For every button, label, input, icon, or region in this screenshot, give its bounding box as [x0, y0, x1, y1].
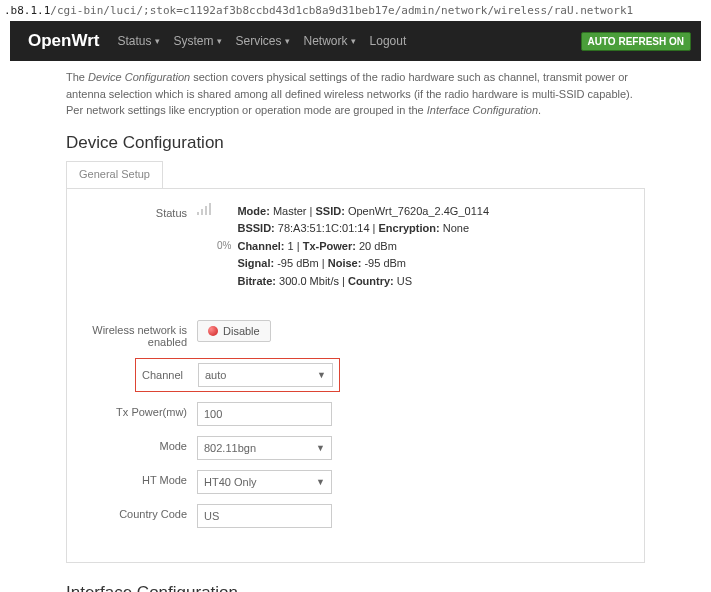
nav-services[interactable]: Services▾	[236, 34, 290, 48]
nav-system[interactable]: System▾	[174, 34, 222, 48]
txpower-label: Tx Power(mw)	[77, 402, 197, 418]
device-tabs: General Setup	[66, 161, 645, 189]
signal-percent: 0%	[217, 238, 231, 254]
nav-network[interactable]: Network▾	[304, 34, 356, 48]
country-label: Country Code	[77, 504, 197, 520]
intro-text: The Device Configuration section covers …	[66, 69, 645, 119]
signal-icon	[197, 203, 213, 215]
nav-status[interactable]: Status▾	[117, 34, 159, 48]
wireless-enabled-label: Wireless network is enabled	[77, 320, 197, 348]
channel-label: Channel	[142, 369, 198, 381]
device-config-title: Device Configuration	[66, 133, 645, 153]
mode-select[interactable]: 802.11bgn▼	[197, 436, 332, 460]
country-input[interactable]	[197, 504, 332, 528]
brand: OpenWrt	[28, 31, 99, 51]
nav-logout[interactable]: Logout	[370, 34, 407, 48]
disable-button[interactable]: Disable	[197, 320, 271, 342]
tab-general-setup[interactable]: General Setup	[66, 161, 163, 188]
htmode-label: HT Mode	[77, 470, 197, 486]
status-label: Status	[77, 203, 197, 219]
iface-config-title: Interface Configuration	[66, 583, 645, 592]
txpower-input[interactable]	[197, 402, 332, 426]
navbar: OpenWrt Status▾ System▾ Services▾ Networ…	[10, 21, 701, 61]
stop-icon	[208, 326, 218, 336]
mode-label: Mode	[77, 436, 197, 452]
auto-refresh-button[interactable]: AUTO REFRESH ON	[581, 32, 692, 51]
status-block: 0% Mode: Master | SSID: OpenWrt_7620a_2.…	[197, 203, 634, 291]
device-panel: Status 0% Mode: Master | SSID: OpenWrt_7…	[66, 189, 645, 564]
htmode-select[interactable]: HT40 Only▼	[197, 470, 332, 494]
channel-highlight: Channel auto▼	[135, 358, 340, 392]
url-bar: .b8.1.1/cgi-bin/luci/;stok=c1192af3b8ccb…	[0, 0, 711, 21]
channel-select[interactable]: auto▼	[198, 363, 333, 387]
